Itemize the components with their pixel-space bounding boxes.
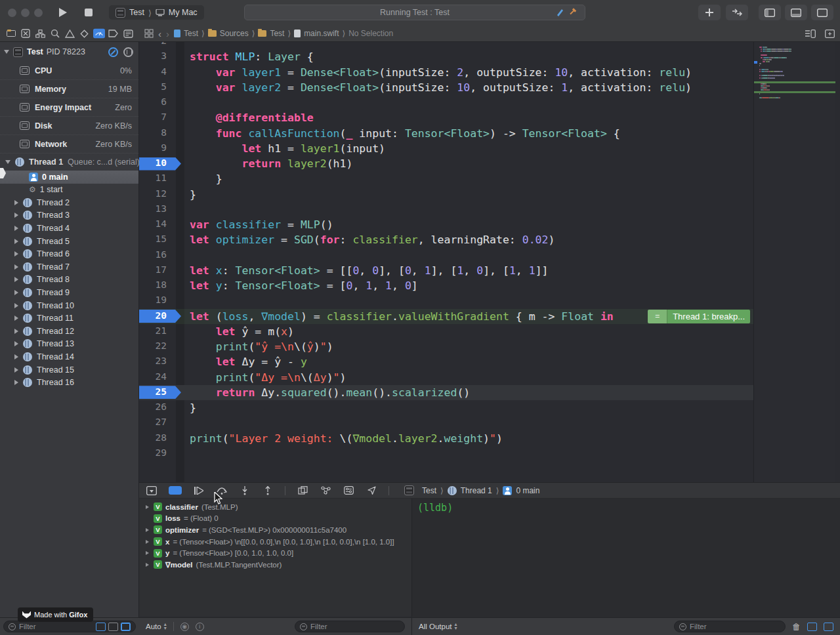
disclosure-triangle-icon[interactable] (14, 290, 18, 295)
code-line[interactable]: 22 print("ŷ =\n\(ŷ)") (139, 339, 753, 354)
disclosure-triangle-icon[interactable] (14, 251, 18, 256)
code-line[interactable]: 19 (139, 293, 753, 308)
gutter[interactable]: 13 (139, 202, 176, 217)
frame-row[interactable]: 0 main (0, 171, 138, 184)
gutter[interactable]: 21 (139, 324, 176, 339)
run-button[interactable] (52, 5, 72, 20)
disclosure-triangle-icon[interactable] (14, 200, 18, 205)
gutter[interactable]: 11 (139, 171, 176, 186)
line-number[interactable]: 2 (139, 42, 176, 46)
code-line[interactable]: 14var classifier = MLP() (139, 217, 753, 232)
code-line[interactable]: 20let (loss, ∇model) = classifier.valueW… (139, 309, 753, 324)
find-navigator-tab[interactable] (49, 28, 61, 39)
code-line[interactable]: 5 var layer2 = Dense<Float>(inputSize: 1… (139, 80, 753, 95)
code-line[interactable]: 15let optimizer = SGD(for: classifier, l… (139, 232, 753, 247)
toggle-debug-area-button[interactable] (785, 5, 807, 20)
line-number[interactable]: 17 (139, 264, 176, 275)
step-into-button[interactable] (239, 485, 251, 496)
frame-row[interactable]: ⚙1 start (0, 184, 138, 197)
line-number[interactable]: 6 (139, 96, 176, 107)
editor-minimap[interactable] (753, 42, 835, 482)
adjust-editor-options-icon[interactable] (805, 30, 816, 38)
show-variables-view-toggle[interactable] (807, 623, 817, 631)
code-line[interactable]: 29 (139, 446, 753, 461)
show-interesting-threads-icon[interactable] (121, 623, 131, 631)
show-console-view-toggle[interactable] (824, 623, 833, 631)
show-running-blocks-icon[interactable] (96, 623, 106, 631)
line-number[interactable]: 26 (139, 401, 176, 412)
gutter[interactable]: 24 (139, 370, 176, 385)
line-number[interactable]: 5 (139, 81, 176, 92)
disclosure-triangle-icon[interactable] (14, 303, 18, 308)
line-number[interactable]: 21 (139, 325, 176, 336)
disclosure-triangle-icon[interactable] (5, 160, 10, 164)
process-row[interactable]: Test PID 78223 (0, 42, 138, 62)
gutter[interactable]: 12 (139, 187, 176, 202)
symbol-navigator-tab[interactable] (35, 28, 47, 39)
sidebar-thread-row[interactable]: Thread 4 (0, 222, 138, 235)
gutter[interactable]: 2 (139, 42, 176, 49)
source-control-navigator-tab[interactable] (20, 28, 32, 39)
breakpoint-navigator-tab[interactable] (108, 28, 119, 39)
gutter[interactable]: 17 (139, 263, 176, 278)
line-number[interactable]: 10 (139, 157, 176, 168)
line-number[interactable]: 15 (139, 234, 176, 244)
gutter[interactable]: 26 (139, 400, 176, 415)
variable-row[interactable]: Vy= (Tensor<Float>) [0.0, 1.0, 1.0, 0.0] (139, 547, 411, 559)
toggle-inspector-button[interactable] (811, 5, 833, 20)
gutter[interactable]: 19 (139, 293, 176, 308)
line-number[interactable]: 4 (139, 66, 176, 77)
line-number[interactable]: 20 (139, 310, 176, 321)
code-line[interactable]: 8 func callAsFunction(_ input: Tensor<Fl… (139, 126, 753, 141)
gutter[interactable]: 28 (139, 431, 176, 446)
gutter[interactable]: 10 (139, 156, 176, 171)
gutter[interactable]: 27 (139, 415, 176, 430)
forward-button[interactable]: › (166, 28, 169, 39)
variables-scope-dropdown[interactable]: Auto ▴▾ (146, 623, 167, 631)
disclosure-triangle-icon[interactable] (14, 341, 18, 346)
disclosure-triangle-icon[interactable] (14, 264, 18, 270)
disclosure-triangle-icon[interactable] (146, 551, 149, 555)
gauge-row-energy-impact[interactable]: Energy ImpactZero (0, 98, 138, 117)
line-number[interactable]: 18 (139, 279, 176, 290)
environment-overrides-button[interactable] (343, 485, 354, 496)
disclosure-triangle-icon[interactable] (4, 50, 9, 54)
variables-filter-field[interactable]: Filter (295, 621, 405, 632)
minimize-window-icon[interactable] (21, 9, 30, 17)
gutter[interactable]: 22 (139, 339, 176, 354)
code-line[interactable]: 12} (139, 187, 753, 202)
back-button[interactable]: ‹ (158, 28, 161, 39)
code-line[interactable]: 26} (139, 400, 753, 415)
sidebar-thread-row[interactable]: Thread 2 (0, 196, 138, 209)
sidebar-thread-row[interactable]: Thread 15 (0, 363, 138, 377)
line-number[interactable]: 25 (139, 386, 176, 397)
console-filter-field[interactable]: Filter (674, 621, 786, 632)
code-line[interactable]: 23 let Δy = ŷ - y (139, 354, 753, 369)
gutter[interactable]: 6 (139, 95, 176, 110)
gauge-row-disk[interactable]: DiskZero KB/s (0, 117, 138, 135)
debug-view-hierarchy-button[interactable] (297, 485, 308, 496)
disclosure-triangle-icon[interactable] (146, 505, 149, 509)
variable-row[interactable]: Vloss= (Float) 0 (139, 513, 411, 525)
line-number[interactable]: 23 (139, 356, 176, 366)
sidebar-thread-row[interactable]: Thread 13 (0, 338, 138, 351)
breadcrumb-item[interactable]: No Selection (348, 29, 393, 38)
stop-button[interactable] (79, 5, 98, 20)
disclosure-triangle-icon[interactable] (146, 540, 149, 544)
line-number[interactable]: 12 (139, 188, 176, 199)
debug-breadcrumb-item[interactable]: 0 main (516, 486, 539, 495)
report-navigator-tab[interactable] (122, 28, 134, 39)
code-line[interactable]: 6 (139, 95, 753, 110)
view-options-icon[interactable] (123, 47, 133, 57)
sidebar-thread-row[interactable]: Thread 16 (0, 376, 138, 389)
gutter[interactable]: 16 (139, 248, 176, 263)
sidebar-thread-row[interactable]: Thread 6 (0, 247, 138, 260)
debug-memory-graph-button[interactable] (320, 485, 331, 496)
code-line[interactable]: 7 @differentiable (139, 110, 753, 125)
console-scope-dropdown[interactable]: All Output ▴▾ (419, 623, 457, 631)
line-number[interactable]: 14 (139, 218, 176, 229)
code-line[interactable]: 25 return Δy.squared().mean().scalarized… (139, 385, 753, 400)
show-crashed-threads-icon[interactable] (108, 623, 118, 631)
code-line[interactable]: 16 (139, 248, 753, 263)
code-line[interactable]: 21 let ŷ = m(x) (139, 324, 753, 339)
